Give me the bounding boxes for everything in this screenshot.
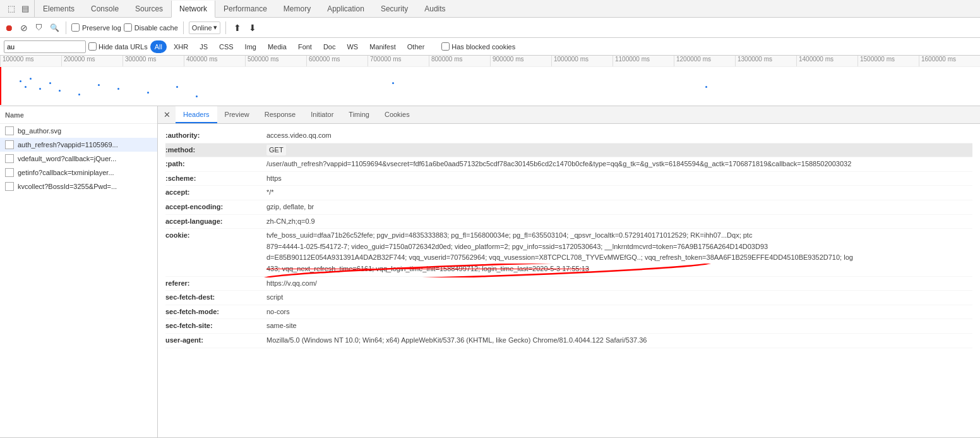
disable-cache-label[interactable]: Disable cache: [124, 23, 178, 32]
main-area: Name bg_author.svg auth_refresh?vappid=1…: [0, 106, 980, 437]
drawer-icon[interactable]: ▤: [19, 3, 32, 15]
search-toggle[interactable]: 🔍: [48, 21, 61, 34]
filter-manifest[interactable]: Manifest: [365, 40, 400, 53]
tick-12: 1200000 ms: [674, 56, 735, 66]
tick-4: 400000 ms: [184, 56, 245, 66]
header-scheme: :scheme: https: [165, 172, 972, 186]
detail-tab-headers[interactable]: Headers: [176, 106, 217, 123]
timeline-area: 100000 ms 200000 ms 300000 ms 400000 ms …: [0, 56, 980, 106]
tick-1: 100000 ms: [0, 56, 61, 66]
filter-toggle[interactable]: ⛉: [33, 21, 45, 34]
close-detail-button[interactable]: ✕: [160, 109, 173, 121]
tick-7: 700000 ms: [368, 56, 429, 66]
headers-content: :authority: access.video.qq.com :method:…: [158, 124, 980, 437]
separator-3: [225, 21, 226, 34]
file-icon-3: [5, 168, 14, 177]
devtools-container: ⬚ ▤ Elements Console Sources Network Per…: [0, 0, 980, 438]
tick-2: 200000 ms: [61, 56, 122, 66]
tick-9: 900000 ms: [490, 56, 551, 66]
tab-console[interactable]: Console: [83, 0, 127, 17]
accept-language-value: zh-CN,zh;q=0.9: [266, 216, 315, 228]
header-accept: accept: */*: [165, 186, 972, 200]
throttle-select[interactable]: Online ▾: [189, 21, 220, 34]
scheme-value: https: [266, 173, 282, 185]
filter-img[interactable]: Img: [241, 40, 261, 53]
tab-memory[interactable]: Memory: [275, 0, 319, 17]
header-path: :path: /user/auth_refresh?vappid=1105969…: [165, 157, 972, 172]
detail-tabs: ✕ Headers Preview Response Initiator Tim…: [158, 106, 980, 124]
timeline-marker: [0, 67, 1, 105]
sec-fetch-dest-value: script: [266, 292, 283, 303]
file-name-2: vdefault_word?callback=jQuer...: [18, 155, 116, 162]
cookie-value: tvfe_boss_uuid=dfaa71b26c52fefe; pgv_pvi…: [266, 230, 853, 274]
preserve-log-label[interactable]: Preserve log: [71, 23, 121, 32]
detail-panel: ✕ Headers Preview Response Initiator Tim…: [158, 106, 980, 437]
scheme-key: :scheme:: [165, 173, 266, 185]
accept-value: */*: [266, 187, 274, 198]
throttle-arrow: ▾: [213, 23, 217, 32]
filter-ws[interactable]: WS: [342, 40, 362, 53]
hide-data-urls-checkbox[interactable]: [88, 42, 97, 51]
detail-tab-initiator[interactable]: Initiator: [303, 106, 341, 123]
record-button[interactable]: ⏺: [3, 21, 15, 34]
timeline-chart: [0, 67, 980, 105]
has-blocked-checkbox[interactable]: [441, 42, 450, 51]
disable-cache-text: Disable cache: [134, 24, 178, 32]
file-item-1[interactable]: auth_refresh?vappid=1105969...: [0, 138, 157, 152]
tab-icons: ⬚ ▤: [3, 0, 35, 17]
file-item-4[interactable]: kvcollect?BossId=3255&Pwd=...: [0, 179, 157, 193]
throttle-label: Online: [192, 24, 212, 32]
cookie-key: cookie:: [165, 230, 266, 241]
filter-all[interactable]: All: [150, 40, 167, 53]
filter-media[interactable]: Media: [263, 40, 291, 53]
filter-bar: Hide data URLs All XHR JS CSS Img Media …: [0, 38, 980, 56]
authority-value: access.video.qq.com: [266, 130, 332, 142]
tab-elements[interactable]: Elements: [35, 0, 83, 17]
detail-tab-cookies[interactable]: Cookies: [377, 106, 417, 123]
toolbar: ⏺ ⊘ ⛉ 🔍 Preserve log Disable cache Onlin…: [0, 18, 980, 38]
cookie-val-3: d=E85B90112E054A931391A4DA2B32F744; vqq_…: [266, 253, 853, 261]
sec-fetch-site-key: sec-fetch-site:: [165, 320, 266, 332]
hide-data-urls-label[interactable]: Hide data URLs: [88, 42, 148, 51]
header-user-agent: user-agent: Mozilla/5.0 (Windows NT 10.0…: [165, 334, 972, 348]
filter-doc[interactable]: Doc: [319, 40, 340, 53]
filter-xhr[interactable]: XHR: [169, 40, 193, 53]
sec-fetch-dest-key: sec-fetch-dest:: [165, 292, 266, 303]
file-item-0[interactable]: bg_author.svg: [0, 124, 157, 138]
tab-network[interactable]: Network: [171, 1, 215, 18]
detail-tab-timing[interactable]: Timing: [341, 106, 377, 123]
filter-font[interactable]: Font: [294, 40, 316, 53]
tab-sources[interactable]: Sources: [127, 0, 171, 17]
file-item-3[interactable]: getinfo?callback=txminiplayer...: [0, 166, 157, 179]
filter-css[interactable]: CSS: [215, 40, 238, 53]
dock-icon[interactable]: ⬚: [5, 3, 18, 15]
detail-tab-preview[interactable]: Preview: [217, 106, 257, 123]
export-icon[interactable]: ⬇: [246, 21, 259, 34]
sec-fetch-mode-key: sec-fetch-mode:: [165, 307, 266, 318]
preserve-log-text: Preserve log: [82, 24, 121, 32]
header-sec-fetch-dest: sec-fetch-dest: script: [165, 291, 972, 305]
has-blocked-text: Has blocked cookies: [451, 43, 515, 51]
header-sec-fetch-site: sec-fetch-site: same-site: [165, 319, 972, 334]
tab-performance[interactable]: Performance: [215, 0, 275, 17]
search-input[interactable]: [4, 40, 86, 53]
tick-10: 1000000 ms: [551, 56, 612, 66]
accept-language-key: accept-language:: [165, 216, 266, 228]
tab-application[interactable]: Application: [319, 0, 373, 17]
tab-security[interactable]: Security: [373, 0, 416, 17]
cookie-val-2: 879=4444-1-025-f54172-7; video_guid=7150…: [266, 243, 768, 250]
detail-tab-response[interactable]: Response: [257, 106, 304, 123]
import-icon[interactable]: ⬆: [231, 21, 244, 34]
tab-audits[interactable]: Audits: [416, 0, 453, 17]
file-item-2[interactable]: vdefault_word?callback=jQuer...: [0, 152, 157, 166]
stop-button[interactable]: ⊘: [18, 21, 30, 34]
preserve-log-checkbox[interactable]: [71, 23, 80, 32]
filter-other[interactable]: Other: [403, 40, 429, 53]
has-blocked-label[interactable]: Has blocked cookies: [441, 42, 515, 51]
header-authority: :authority: access.video.qq.com: [165, 129, 972, 143]
file-icon-4: [5, 182, 14, 191]
method-value: GET: [266, 145, 286, 156]
filter-js[interactable]: JS: [195, 40, 212, 53]
disable-cache-checkbox[interactable]: [124, 23, 132, 32]
user-agent-key: user-agent:: [165, 335, 266, 346]
